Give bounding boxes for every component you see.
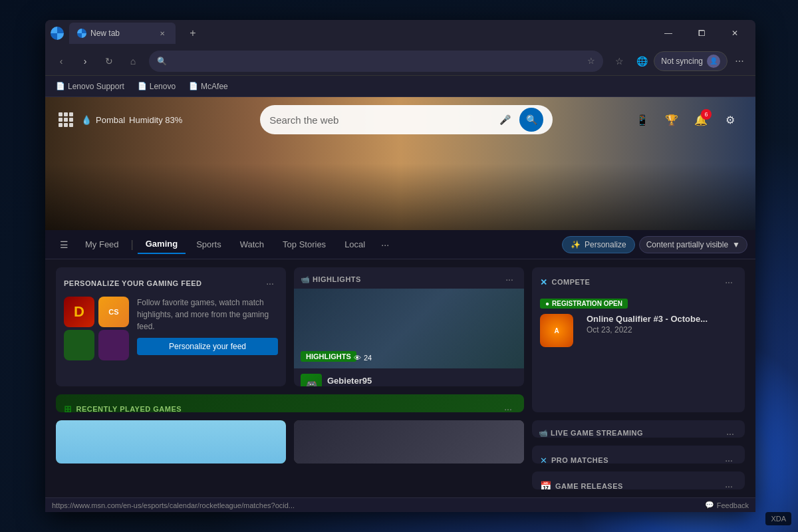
compete-title: ✕ COMPETE	[540, 277, 590, 287]
chevron-down-icon: ▼	[732, 240, 740, 249]
collections-icon[interactable]: ☆	[608, 51, 630, 72]
compete-card: ✕ COMPETE ··· ● REGISTRATION OPEN A Onli…	[532, 267, 745, 412]
browser-more-button[interactable]: ···	[729, 51, 750, 72]
dota-icon	[64, 297, 94, 327]
feed-menu-button[interactable]: ☰	[53, 234, 74, 255]
highlights-header: 📹 HIGHLIGHTS ···	[294, 267, 524, 289]
new-tab-button[interactable]: +	[184, 24, 202, 43]
game-releases-more-button[interactable]: ···	[721, 478, 737, 489]
player-name: Gebieter95	[327, 376, 376, 386]
title-bar: New tab ✕ + — ⧠ ✕	[45, 20, 755, 47]
bookmark-lenovo-support[interactable]: 📄 Lenovo Support	[51, 80, 130, 92]
highlights-badge: HIGHLIGHTS	[301, 351, 356, 362]
tab-favicon	[77, 29, 86, 38]
bookmark-mcafee[interactable]: 📄 McAfee	[184, 80, 233, 92]
notification-badge: 6	[701, 109, 712, 120]
highlights-card: 📹 HIGHLIGHTS ··· HIGHLIGHTS 👁 24 🎮 Gebie…	[294, 267, 524, 386]
bookmark-icon: 📄	[138, 82, 147, 90]
tab-title: New tab	[90, 29, 153, 38]
game-icon-4	[98, 330, 129, 360]
browser-tab-active[interactable]: New tab ✕	[69, 23, 176, 44]
recently-played-card: ⊞ RECENTLY PLAYED GAMES ··· EST 1990 Mic…	[56, 394, 524, 412]
tab-sports[interactable]: Sports	[188, 235, 229, 253]
game-releases-title: GAME RELEASES	[555, 482, 717, 489]
tab-top-stories[interactable]: Top Stories	[275, 235, 334, 253]
back-button[interactable]: ‹	[51, 51, 72, 72]
compete-more-button[interactable]: ···	[721, 274, 737, 290]
pro-matches-more-button[interactable]: ···	[721, 452, 737, 464]
gaming-personalize-more-button[interactable]: ···	[262, 275, 278, 291]
game-icon-3	[64, 330, 94, 360]
location-weather: 💧 Pombal Humidity 83%	[81, 115, 182, 125]
bookmark-label: Lenovo Support	[68, 82, 124, 91]
mobile-icon-button[interactable]: 📱	[630, 108, 654, 132]
xda-watermark: XDA	[765, 512, 791, 525]
article-pokemon-card: Pokémon	[56, 420, 286, 464]
address-bar[interactable]: 🔍 ☆	[149, 51, 603, 72]
player-info: Gebieter95 Rocket League	[327, 376, 376, 386]
bookmark-icon: 📄	[189, 82, 198, 90]
bookmark-lenovo[interactable]: 📄 Lenovo	[132, 80, 181, 92]
title-bar-left: New tab ✕ +	[51, 23, 202, 44]
tab-watch[interactable]: Watch	[232, 235, 272, 253]
search-box[interactable]: Search the web 🎤 🔍	[260, 105, 553, 134]
arcadian-logo: A	[540, 314, 573, 347]
content-visibility-button[interactable]: Content partially visible ▼	[639, 236, 747, 253]
profile-avatar: 👤	[707, 55, 720, 68]
live-streaming-more-button[interactable]: ···	[722, 426, 738, 438]
restore-button[interactable]: ⧠	[686, 23, 717, 44]
game-releases-card: 📅 GAME RELEASES ··· New Coming Soon Xbox…	[532, 471, 745, 489]
highlights-view-count: 👁 24	[354, 354, 372, 362]
mic-button[interactable]: 🎤	[495, 110, 514, 129]
hero-top-bar: 💧 Pombal Humidity 83% Search the web 🎤 🔍…	[45, 97, 755, 142]
recently-played-more-button[interactable]: ···	[500, 401, 516, 412]
apps-grid-button[interactable]	[59, 112, 73, 127]
tab-more-button[interactable]: ···	[376, 235, 394, 254]
forward-button[interactable]: ›	[74, 51, 96, 72]
eye-icon: 👁	[354, 354, 361, 362]
game-releases-header: 📅 GAME RELEASES ···	[532, 471, 745, 489]
content-area: PERSONALIZE YOUR GAMING FEED ··· Follow …	[45, 259, 755, 497]
feedback-button[interactable]: 💬 Feedback	[705, 501, 749, 509]
nav-actions: ☆ 🌐 Not syncing 👤 ···	[608, 51, 750, 72]
compete-event-info: Online Qualifier #3 - Octobe... Oct 23, …	[587, 314, 708, 334]
compete-event-title: Online Qualifier #3 - Octobe...	[587, 314, 708, 324]
home-button[interactable]: ⌂	[122, 51, 144, 72]
rewards-icon-button[interactable]: 🏆	[660, 108, 684, 132]
gaming-desc-area: Follow favorite games, watch match highl…	[137, 297, 278, 360]
refresh-button[interactable]: ↻	[98, 51, 120, 72]
tab-my-feed[interactable]: My Feed	[77, 235, 127, 253]
game-releases-icon: 📅	[540, 481, 551, 489]
count-value: 24	[364, 354, 372, 362]
bookmarks-bar: 📄 Lenovo Support 📄 Lenovo 📄 McAfee	[45, 76, 755, 97]
tab-local[interactable]: Local	[336, 235, 373, 253]
highlights-more-button[interactable]: ···	[501, 271, 517, 287]
tab-gaming[interactable]: Gaming	[138, 235, 186, 254]
not-syncing-button[interactable]: Not syncing 👤	[654, 51, 728, 71]
settings-button[interactable]: ⚙	[718, 108, 742, 132]
browser-logo-icon	[51, 27, 64, 40]
bookmark-label: Lenovo	[150, 82, 176, 91]
minimize-button[interactable]: —	[653, 23, 684, 44]
search-placeholder-text: Search the web	[269, 114, 490, 126]
navigation-bar: ‹ › ↻ ⌂ 🔍 ☆ ☆ 🌐 Not syncing 👤 ···	[45, 47, 755, 76]
compete-event-date: Oct 23, 2022	[587, 325, 708, 334]
tab-separator: |	[131, 239, 134, 251]
search-submit-button[interactable]: 🔍	[519, 108, 543, 132]
personalize-feed-button[interactable]: Personalize your feed	[137, 338, 278, 355]
browser-extras-icon[interactable]: 🌐	[631, 51, 652, 72]
hero-section: 💧 Pombal Humidity 83% Search the web 🎤 🔍…	[45, 97, 755, 230]
gaming-icons-grid	[64, 297, 130, 360]
bookmark-icon: 📄	[56, 82, 65, 90]
personalize-button[interactable]: ✨ Personalize	[562, 236, 635, 253]
notifications-button[interactable]: 🔔 6	[689, 108, 713, 132]
feed-tab-actions: ✨ Personalize Content partially visible …	[562, 236, 747, 253]
highlights-player: 🎮 Gebieter95 Rocket League	[294, 368, 524, 386]
close-button[interactable]: ✕	[720, 23, 750, 44]
tab-close-button[interactable]: ✕	[157, 28, 168, 39]
feed-navigation: ☰ My Feed | Gaming Sports Watch Top Stor…	[45, 230, 755, 259]
pokemon-sky	[56, 420, 286, 464]
player-game: Rocket League	[327, 386, 376, 386]
hero-content: 💧 Pombal Humidity 83% Search the web 🎤 🔍…	[45, 97, 755, 230]
compete-title-text: COMPETE	[552, 278, 591, 286]
